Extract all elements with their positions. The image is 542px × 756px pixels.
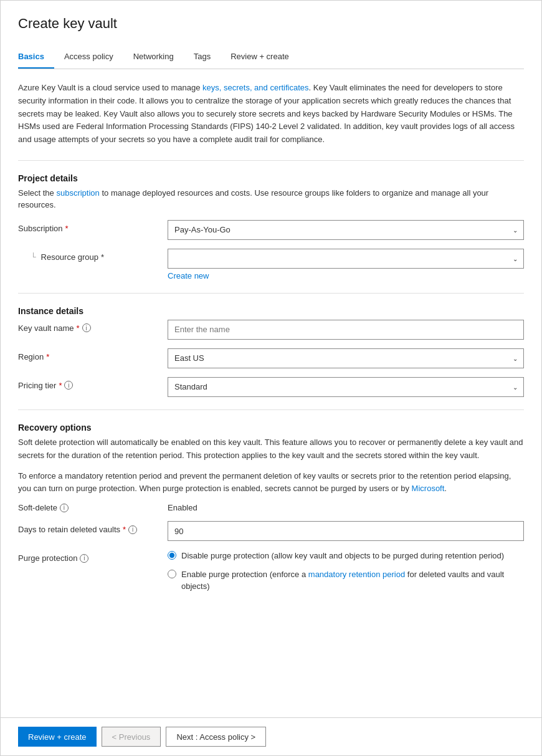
resource-group-control: ⌄ Create new — [168, 249, 524, 280]
tab-bar: Basics Access policy Networking Tags Rev… — [18, 47, 524, 69]
next-button[interactable]: Next : Access policy > — [166, 727, 266, 747]
tab-basics[interactable]: Basics — [18, 47, 54, 69]
days-required: * — [123, 525, 126, 534]
subscription-required: * — [65, 224, 69, 233]
tab-tags[interactable]: Tags — [194, 47, 221, 69]
key-vault-name-input[interactable] — [168, 320, 524, 340]
purge-disable-label: Disable purge protection (allow key vaul… — [181, 550, 504, 562]
pricing-info-icon[interactable]: i — [64, 381, 73, 390]
resource-group-row: └ Resource group * ⌄ Create new — [18, 249, 524, 280]
previous-button[interactable]: < Previous — [102, 727, 161, 747]
days-retain-control — [168, 521, 524, 541]
purge-radio-group: Disable purge protection (allow key vaul… — [168, 550, 524, 593]
review-create-button[interactable]: Review + create — [18, 727, 97, 747]
soft-delete-label: Soft-delete i — [18, 503, 168, 512]
pricing-tier-control: Standard Premium ⌄ — [168, 377, 524, 397]
purge-disable-option: Disable purge protection (allow key vaul… — [168, 550, 524, 562]
days-info-icon[interactable]: i — [128, 525, 137, 534]
region-select[interactable]: East US West US East US 2 — [168, 348, 524, 368]
purge-protection-control: Disable purge protection (allow key vaul… — [168, 550, 524, 593]
resource-group-label-col: └ Resource group * — [18, 249, 168, 262]
intro-description: Azure Key Vault is a cloud service used … — [18, 82, 524, 146]
resource-group-select-wrapper: ⌄ — [168, 249, 524, 269]
purge-enable-label: Enable purge protection (enforce a manda… — [181, 568, 524, 593]
purge-protection-label: Purge protection i — [18, 550, 168, 563]
resource-group-select[interactable] — [168, 249, 524, 269]
soft-delete-description: Soft delete protection will automaticall… — [18, 436, 524, 462]
subscription-row: Subscription * Pay-As-You-Go ⌄ — [18, 220, 524, 240]
soft-delete-row: Soft-delete i Enabled — [18, 503, 524, 512]
subscription-label: Subscription * — [18, 220, 168, 233]
project-details-subtitle: Select the subscription to manage deploy… — [18, 187, 524, 211]
region-required: * — [46, 352, 49, 361]
create-new-link[interactable]: Create new — [168, 271, 524, 280]
subscription-select[interactable]: Pay-As-You-Go — [168, 220, 524, 240]
purge-enable-radio[interactable] — [168, 570, 176, 578]
resource-group-required: * — [101, 252, 104, 262]
purge-info-icon[interactable]: i — [80, 554, 88, 563]
recovery-options-title: Recovery options — [18, 423, 524, 433]
region-row: Region * East US West US East US 2 ⌄ — [18, 348, 524, 368]
pricing-select-wrapper: Standard Premium ⌄ — [168, 377, 524, 397]
instance-details-title: Instance details — [18, 306, 524, 316]
subscription-select-wrapper: Pay-As-You-Go ⌄ — [168, 220, 524, 240]
page-title: Create key vault — [18, 16, 524, 32]
footer-bar: Review + create < Previous Next : Access… — [1, 717, 541, 755]
days-retain-row: Days to retain deleted vaults * i — [18, 521, 524, 541]
resource-group-label: └ Resource group * — [18, 252, 168, 262]
region-control: East US West US East US 2 ⌄ — [168, 348, 524, 368]
tab-networking[interactable]: Networking — [133, 47, 184, 69]
pricing-tier-select[interactable]: Standard Premium — [168, 377, 524, 397]
days-retain-input[interactable] — [168, 521, 524, 541]
key-vault-name-label: Key vault name * i — [18, 320, 168, 333]
pricing-required: * — [59, 381, 62, 390]
region-select-wrapper: East US West US East US 2 ⌄ — [168, 348, 524, 368]
purge-protection-row: Purge protection i Disable purge protect… — [18, 550, 524, 593]
tab-access-policy[interactable]: Access policy — [64, 47, 123, 69]
key-vault-name-control — [168, 320, 524, 340]
purge-enable-option: Enable purge protection (enforce a manda… — [168, 568, 524, 593]
kv-name-info-icon[interactable]: i — [82, 323, 91, 332]
pricing-tier-row: Pricing tier * i Standard Premium ⌄ — [18, 377, 524, 397]
soft-delete-value: Enabled — [168, 503, 197, 512]
purge-description: To enforce a mandatory retention period … — [18, 470, 524, 496]
key-vault-name-row: Key vault name * i — [18, 320, 524, 340]
days-retain-label: Days to retain deleted vaults * i — [18, 521, 168, 534]
project-details-title: Project details — [18, 173, 524, 183]
kv-name-required: * — [77, 323, 80, 333]
purge-disable-radio[interactable] — [168, 551, 176, 560]
region-label: Region * — [18, 348, 168, 361]
subscription-control: Pay-As-You-Go ⌄ — [168, 220, 524, 240]
pricing-tier-label: Pricing tier * i — [18, 377, 168, 390]
soft-delete-info-icon[interactable]: i — [60, 504, 69, 512]
tab-review-create[interactable]: Review + create — [231, 47, 299, 69]
